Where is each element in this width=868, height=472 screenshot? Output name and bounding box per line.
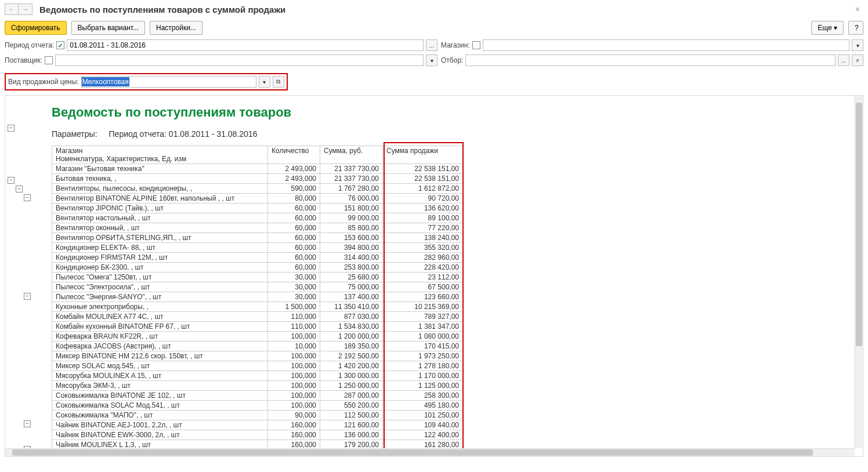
supplier-input[interactable] (55, 55, 424, 66)
cell-sum: 137 400,00 (320, 292, 383, 302)
close-button[interactable]: × (852, 3, 863, 15)
cell-sale: 1 080 000,00 (383, 332, 463, 342)
period-input[interactable] (67, 39, 424, 51)
table-row[interactable]: Вентилятор JIPONIC (Тайв.), , шт60,00015… (52, 204, 834, 213)
choose-variant-button[interactable]: Выбрать вариант... (71, 21, 145, 35)
cell-sum: 1 420 200,00 (320, 361, 383, 371)
cell-sum: 550 200,00 (320, 401, 383, 411)
cell-sum: 25 680,00 (320, 273, 383, 282)
cell-sum: 253 800,00 (320, 263, 383, 273)
price-type-open-button[interactable]: ⧉ (273, 76, 284, 88)
cell-sale: 90 720,00 (383, 194, 463, 204)
table-row[interactable]: Вентилятор BINATONE ALPINE 160вт, наполь… (52, 194, 834, 204)
cell-sale: 1 278 180,00 (383, 361, 463, 371)
filter-clear-button[interactable]: × (852, 55, 863, 66)
table-row[interactable]: Кофеварка BRAUN KF22R, , шт100,0001 200 … (52, 332, 834, 342)
cell-qty: 60,000 (268, 253, 320, 263)
table-row[interactable]: Кондиционер ELEKTA- 88, , шт60,000394 80… (52, 243, 834, 253)
table-row[interactable]: Чайник MOULINEX L 1,3, , шт160,000179 20… (52, 440, 834, 449)
table-row[interactable]: Бытовая техника, ,2 493,00021 337 730,00… (52, 174, 834, 184)
price-type-input[interactable]: Мелкооптовая (81, 76, 256, 88)
cell-qty: 30,000 (268, 292, 320, 302)
cell-sale: 136 620,00 (383, 204, 463, 213)
table-row[interactable]: Магазин "Бытовая техника"2 493,00021 337… (52, 164, 834, 174)
table-row[interactable]: Кухонные электроприборы, ,1 500,00011 35… (52, 302, 834, 312)
cell-sale: 67 500,00 (383, 282, 463, 292)
help-button[interactable]: ? (848, 21, 863, 35)
cell-qty: 30,000 (268, 273, 320, 282)
more-button[interactable]: Еще ▾ (811, 21, 844, 35)
filter-picker-button[interactable]: ... (838, 55, 849, 66)
tree-toggle[interactable]: − (24, 293, 31, 300)
table-row[interactable]: Соковыжималка "МАПО", , шт90,000112 500,… (52, 411, 834, 420)
tree-toggle[interactable]: − (8, 125, 15, 132)
cell-sale: 495 180,00 (383, 401, 463, 411)
table-row[interactable]: Вентилятор настольный, , шт60,00099 000,… (52, 213, 834, 223)
table-row[interactable]: Пылесос "Электросила", , шт30,00075 000,… (52, 282, 834, 292)
supplier-label: Поставщик: (5, 56, 42, 64)
store-label: Магазин: (441, 41, 470, 49)
window-title: Ведомость по поступлениям товаров с сумм… (39, 5, 285, 14)
table-row[interactable]: Соковыжималка SOLAC Мод.541, , шт100,000… (52, 401, 834, 411)
cell-sale: 282 960,00 (383, 253, 463, 263)
table-row[interactable]: Миксер SOLAC мод.545, , шт100,0001 420 2… (52, 361, 834, 371)
table-row[interactable]: Чайник BINATONE EWK-3000, 2л, , шт160,00… (52, 430, 834, 440)
cell-name: Кофеварка JACOBS (Австрия), , шт (52, 342, 268, 351)
tree-toggle[interactable]: − (8, 177, 15, 184)
cell-sale: 123 660,00 (383, 292, 463, 302)
table-row[interactable]: Вентилятор оконный, , шт60,00085 800,007… (52, 223, 834, 233)
cell-sale: 161 280,00 (383, 440, 463, 449)
store-dropdown-button[interactable]: ▾ (852, 39, 863, 51)
table-row[interactable]: Пылесос "Омега" 1250вт, , шт30,00025 680… (52, 273, 834, 282)
cell-sum: 151 800,00 (320, 204, 383, 213)
cell-sum: 136 000,00 (320, 430, 383, 440)
table-row[interactable]: Миксер BINATONE HM 212,6 скор. 150вт, , … (52, 351, 834, 361)
tree-toggle[interactable]: − (24, 194, 31, 201)
table-row[interactable]: Кофеварка JACOBS (Австрия), , шт10,00018… (52, 342, 834, 351)
table-row[interactable]: Комбайн кухонный BINATONE FP 67, , шт110… (52, 322, 834, 332)
cell-sum: 1 200 000,00 (320, 332, 383, 342)
cell-sum: 21 337 730,00 (320, 174, 383, 184)
supplier-dropdown-button[interactable]: ▾ (426, 55, 437, 66)
cell-qty: 160,000 (268, 440, 320, 449)
price-type-dropdown-button[interactable]: ▾ (259, 76, 270, 88)
store-checkbox[interactable] (472, 41, 480, 49)
tree-toggle[interactable]: − (24, 420, 31, 427)
report-title: Ведомость по поступлениям товаров (52, 96, 855, 126)
table-row[interactable]: Комбайн MOULINEX A77 4C, , шт110,000877 … (52, 312, 834, 322)
table-row[interactable]: Чайник BINATONE AEJ-1001, 2,2л, , шт160,… (52, 420, 834, 430)
generate-button[interactable]: Сформировать (5, 21, 67, 35)
cell-name: Комбайн кухонный BINATONE FP 67, , шт (52, 322, 268, 332)
col-header-sale: Сумма продажи (383, 146, 463, 164)
table-row[interactable]: Мясорубка ЭКМ-3, , шт100,0001 250 000,00… (52, 381, 834, 391)
store-input[interactable] (483, 39, 849, 51)
price-type-value: Мелкооптовая (82, 77, 129, 86)
cell-sale: 1 170 000,00 (383, 371, 463, 381)
table-row[interactable]: Пылесос "Энергия-SANYO", , шт30,000137 4… (52, 292, 834, 302)
table-row[interactable]: Соковыжималка BINATONE JE 102, , шт100,0… (52, 391, 834, 401)
cell-qty: 100,000 (268, 401, 320, 411)
table-row[interactable]: Кондиционер БК-2300, , шт60,000253 800,0… (52, 263, 834, 273)
cell-sum: 2 192 500,00 (320, 351, 383, 361)
filter-input[interactable] (465, 55, 836, 66)
cell-name: Вентиляторы, пылесосы, кондиционеры, , (52, 184, 268, 194)
cell-name: Бытовая техника, , (52, 174, 268, 184)
nav-back-button[interactable]: ← (5, 3, 19, 15)
vertical-scrollbar[interactable] (855, 96, 863, 448)
table-row[interactable]: Вентилятор ОРБИТА,STERLING,ЯП., , шт60,0… (52, 233, 834, 243)
cell-sum: 75 000,00 (320, 282, 383, 292)
table-row[interactable]: Кондиционер FIRMSTAR 12M, , шт60,000314 … (52, 253, 834, 263)
cell-sale: 228 420,00 (383, 263, 463, 273)
table-row[interactable]: Вентиляторы, пылесосы, кондиционеры, ,59… (52, 184, 834, 194)
tree-toggle[interactable]: − (16, 186, 23, 193)
period-checkbox[interactable] (56, 41, 64, 49)
nav-forward-button[interactable]: → (19, 3, 32, 15)
horizontal-scrollbar[interactable] (5, 448, 855, 456)
col-header-item: Номенклатура, Характеристика, Ед. изм (56, 155, 264, 163)
cell-name: Вентилятор BINATONE ALPINE 160вт, наполь… (52, 194, 268, 204)
cell-name: Кондиционер FIRMSTAR 12M, , шт (52, 253, 268, 263)
period-picker-button[interactable]: ... (426, 39, 437, 51)
table-row[interactable]: Мясорубка MOULINEX A 15, , шт100,0001 30… (52, 371, 834, 381)
settings-button[interactable]: Настройки... (150, 21, 202, 35)
supplier-checkbox[interactable] (45, 56, 53, 64)
